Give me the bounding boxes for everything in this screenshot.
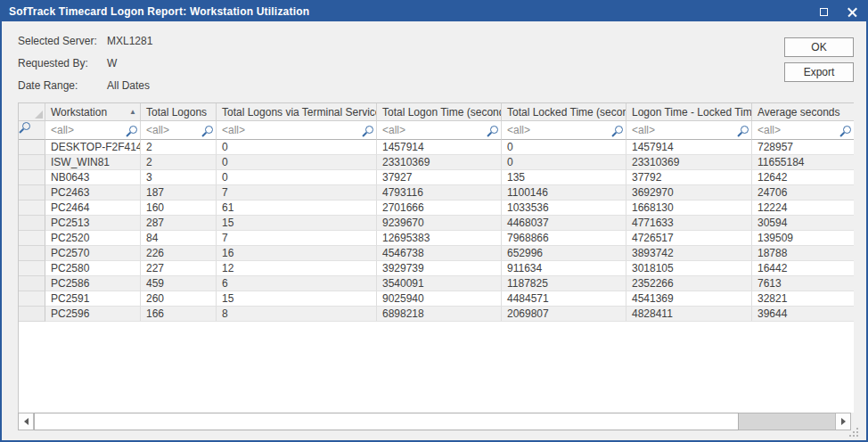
scrollbar-thumb[interactable] [34, 413, 739, 430]
column-header-logons-via-terminal-services[interactable]: Total Logons via Terminal Services [217, 103, 377, 121]
cell-total-logon-time[interactable]: 6898218 [377, 307, 502, 322]
search-icon[interactable] [126, 125, 137, 136]
scroll-right-button[interactable] [835, 413, 850, 430]
scrollbar-track[interactable] [34, 413, 835, 430]
filter-total-logons[interactable]: <all> [141, 121, 217, 140]
cell-total-logon-time[interactable]: 9239670 [377, 216, 502, 231]
cell-total-logons[interactable]: 166 [141, 307, 217, 322]
row-indicator[interactable] [19, 140, 45, 155]
row-indicator[interactable] [19, 261, 45, 276]
search-icon[interactable] [201, 125, 213, 136]
resize-grip-icon[interactable] [849, 428, 859, 438]
cell-logon-minus-locked-time[interactable]: 4726517 [626, 231, 752, 246]
cell-total-locked-time[interactable]: 0 [502, 155, 626, 170]
ok-button[interactable]: OK [784, 37, 854, 57]
cell-average-seconds[interactable]: 7613 [752, 276, 854, 291]
cell-total-logons[interactable]: 2 [141, 140, 217, 155]
cell-logon-minus-locked-time[interactable]: 4828411 [626, 307, 752, 322]
cell-total-logons[interactable]: 84 [141, 231, 217, 246]
cell-total-logon-time[interactable]: 12695383 [377, 231, 502, 246]
cell-total-logon-time[interactable]: 9025940 [377, 291, 502, 307]
cell-total-logon-time[interactable]: 3540091 [377, 276, 502, 291]
maximize-button[interactable] [809, 2, 838, 21]
cell-logon-minus-locked-time[interactable]: 23310369 [626, 155, 752, 170]
scroll-left-button[interactable] [19, 413, 34, 430]
filter-average-seconds[interactable]: <all> [752, 121, 854, 140]
cell-average-seconds[interactable]: 39644 [752, 307, 854, 322]
cell-average-seconds[interactable]: 12224 [752, 201, 854, 216]
cell-average-seconds[interactable]: 728957 [752, 140, 854, 155]
cell-workstation[interactable]: DESKTOP-F2F414S [45, 140, 141, 155]
cell-logon-minus-locked-time[interactable]: 1668130 [626, 201, 752, 216]
cell-total-logon-time[interactable]: 37927 [377, 170, 502, 185]
cell-logons-via-terminal-services[interactable]: 7 [217, 185, 377, 201]
cell-total-logon-time[interactable]: 4793116 [377, 185, 502, 201]
cell-workstation[interactable]: PC2586 [45, 276, 141, 291]
row-indicator[interactable] [19, 185, 45, 201]
cell-total-logons[interactable]: 227 [141, 261, 217, 276]
row-indicator[interactable] [19, 276, 45, 291]
cell-logons-via-terminal-services[interactable]: 15 [217, 216, 377, 231]
export-button[interactable]: Export [784, 62, 854, 82]
cell-logons-via-terminal-services[interactable]: 61 [217, 201, 377, 216]
cell-total-locked-time[interactable]: 0 [502, 140, 626, 155]
column-header-average-seconds[interactable]: Average seconds [752, 103, 854, 121]
search-icon[interactable] [487, 125, 498, 136]
cell-workstation[interactable]: ISW_WIN81 [45, 155, 141, 170]
column-header-total-locked-time[interactable]: Total Locked Time (seconds) [502, 103, 626, 121]
cell-total-logon-time[interactable]: 4546738 [377, 246, 502, 261]
horizontal-scrollbar[interactable] [18, 413, 851, 430]
cell-logons-via-terminal-services[interactable]: 7 [217, 231, 377, 246]
row-indicator[interactable] [19, 231, 45, 246]
cell-logons-via-terminal-services[interactable]: 0 [217, 140, 377, 155]
cell-logon-minus-locked-time[interactable]: 4541369 [626, 291, 752, 307]
cell-average-seconds[interactable]: 12642 [752, 170, 854, 185]
cell-total-logons[interactable]: 226 [141, 246, 217, 261]
cell-total-logon-time[interactable]: 1457914 [377, 140, 502, 155]
search-icon[interactable] [362, 125, 373, 136]
row-indicator[interactable] [19, 201, 45, 216]
cell-logon-minus-locked-time[interactable]: 37792 [626, 170, 752, 185]
cell-average-seconds[interactable]: 32821 [752, 291, 854, 307]
row-indicator[interactable] [19, 170, 45, 185]
table-row[interactable]: PC2463187747931161100146369297024706 [19, 185, 854, 201]
cell-logons-via-terminal-services[interactable]: 0 [217, 170, 377, 185]
cell-workstation[interactable]: NB0643 [45, 170, 141, 185]
table-row[interactable]: DESKTOP-F2F414S20145791401457914728957 [19, 140, 854, 155]
filter-total-locked-time[interactable]: <all> [502, 121, 626, 140]
search-icon[interactable] [737, 125, 749, 136]
cell-logon-minus-locked-time[interactable]: 3692970 [626, 185, 752, 201]
row-indicator[interactable] [19, 246, 45, 261]
table-row[interactable]: PC2570226164546738652996389374218788 [19, 246, 854, 261]
table-row[interactable]: PC25208471269538379688664726517139509 [19, 231, 854, 246]
filter-logon-minus-locked-time[interactable]: <all> [626, 121, 752, 140]
cell-average-seconds[interactable]: 18788 [752, 246, 854, 261]
table-row[interactable]: PC25132871592396704468037477163330594 [19, 216, 854, 231]
column-header-total-logons[interactable]: Total Logons [141, 103, 217, 121]
select-all-corner[interactable] [19, 103, 45, 121]
cell-average-seconds[interactable]: 16442 [752, 261, 854, 276]
cell-average-seconds[interactable]: 30594 [752, 216, 854, 231]
column-header-workstation[interactable]: Workstation▲ [45, 103, 141, 121]
filter-workstation[interactable]: <all> [45, 121, 141, 140]
cell-total-logon-time[interactable]: 2701666 [377, 201, 502, 216]
cell-total-logons[interactable]: 287 [141, 216, 217, 231]
filter-total-logon-time[interactable]: <all> [377, 121, 502, 140]
cell-logons-via-terminal-services[interactable]: 0 [217, 155, 377, 170]
cell-average-seconds[interactable]: 139509 [752, 231, 854, 246]
table-row[interactable]: PC2596166868982182069807482841139644 [19, 307, 854, 322]
cell-total-logon-time[interactable]: 3929739 [377, 261, 502, 276]
cell-workstation[interactable]: PC2520 [45, 231, 141, 246]
table-row[interactable]: PC25912601590259404484571454136932821 [19, 291, 854, 307]
cell-workstation[interactable]: PC2463 [45, 185, 141, 201]
cell-logons-via-terminal-services[interactable]: 8 [217, 307, 377, 322]
cell-average-seconds[interactable]: 24706 [752, 185, 854, 201]
cell-total-locked-time[interactable]: 4484571 [502, 291, 626, 307]
cell-total-logons[interactable]: 260 [141, 291, 217, 307]
table-row[interactable]: ISW_WIN81202331036902331036911655184 [19, 155, 854, 170]
close-button[interactable] [838, 2, 866, 21]
row-indicator[interactable] [19, 155, 45, 170]
search-icon[interactable] [839, 125, 851, 136]
cell-total-locked-time[interactable]: 911634 [502, 261, 626, 276]
cell-logon-minus-locked-time[interactable]: 1457914 [626, 140, 752, 155]
